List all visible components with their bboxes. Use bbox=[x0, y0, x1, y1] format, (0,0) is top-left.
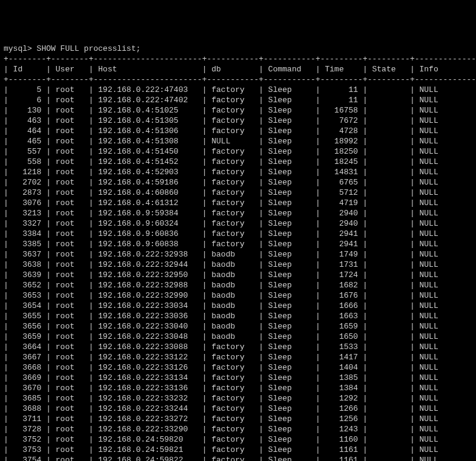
table-row: | 3668 | root | 192.168.0.222:33126 | fa… bbox=[4, 362, 472, 373]
table-row: | 3667 | root | 192.168.0.222:33122 | fa… bbox=[4, 352, 472, 362]
table-row: | 3652 | root | 192.168.0.222:32988 | ba… bbox=[4, 280, 472, 290]
table-row: | 3637 | root | 192.168.0.222:32938 | ba… bbox=[4, 249, 472, 260]
table-border: +--------+--------+---------------------… bbox=[4, 74, 472, 85]
table-row: | 465 | root | 192.168.0.4:51308 | NULL … bbox=[4, 136, 472, 146]
table-row: | 3670 | root | 192.168.0.222:33136 | fa… bbox=[4, 383, 472, 393]
table-row: | 3688 | root | 192.168.0.222:33244 | fa… bbox=[4, 404, 472, 414]
table-row: | 3664 | root | 192.168.0.222:33088 | fa… bbox=[4, 342, 472, 352]
table-row: | 463 | root | 192.168.0.4:51305 | facto… bbox=[4, 116, 472, 126]
mysql-prompt: mysql> SHOW FULL processlist; bbox=[4, 44, 140, 53]
table-row: | 2873 | root | 192.168.0.4:60860 | fact… bbox=[4, 188, 472, 198]
table-row: | 3655 | root | 192.168.0.222:33036 | ba… bbox=[4, 311, 472, 321]
table-row: | 3728 | root | 192.168.0.222:33290 | fa… bbox=[4, 424, 472, 434]
processlist-output: +--------+--------+---------------------… bbox=[4, 54, 472, 461]
table-row: | 464 | root | 192.168.0.4:51306 | facto… bbox=[4, 126, 472, 136]
table-row: | 1218 | root | 192.168.0.4:52903 | fact… bbox=[4, 167, 472, 177]
table-row: | 3754 | root | 192.168.0.24:59822 | fac… bbox=[4, 455, 472, 461]
table-border: +--------+--------+---------------------… bbox=[4, 54, 472, 64]
table-row: | 3753 | root | 192.168.0.24:59821 | fac… bbox=[4, 445, 472, 455]
table-row: | 3384 | root | 192.168.0.9:60836 | fact… bbox=[4, 229, 472, 239]
table-header-row: | Id | User | Host | db | Command | Time… bbox=[4, 64, 472, 74]
table-row: | 3653 | root | 192.168.0.222:32990 | ba… bbox=[4, 290, 472, 301]
table-row: | 130 | root | 192.168.0.4:51025 | facto… bbox=[4, 105, 472, 116]
table-row: | 5 | root | 192.168.0.222:47403 | facto… bbox=[4, 85, 472, 95]
table-row: | 3654 | root | 192.168.0.222:33034 | ba… bbox=[4, 301, 472, 311]
table-row: | 3711 | root | 192.168.0.222:33272 | fa… bbox=[4, 414, 472, 424]
table-row: | 3669 | root | 192.168.0.222:33134 | fa… bbox=[4, 373, 472, 383]
table-row: | 558 | root | 192.168.0.4:51452 | facto… bbox=[4, 157, 472, 167]
table-row: | 3638 | root | 192.168.0.222:32944 | ba… bbox=[4, 260, 472, 270]
table-row: | 3385 | root | 192.168.0.9:60838 | fact… bbox=[4, 239, 472, 249]
table-row: | 2702 | root | 192.168.0.4:59186 | fact… bbox=[4, 177, 472, 188]
table-row: | 3076 | root | 192.168.0.4:61312 | fact… bbox=[4, 198, 472, 208]
table-row: | 3752 | root | 192.168.0.24:59820 | fac… bbox=[4, 434, 472, 445]
table-row: | 3656 | root | 192.168.0.222:33040 | ba… bbox=[4, 321, 472, 332]
table-row: | 3327 | root | 192.168.0.9:60324 | fact… bbox=[4, 218, 472, 229]
table-row: | 3685 | root | 192.168.0.222:33232 | fa… bbox=[4, 393, 472, 404]
table-row: | 6 | root | 192.168.0.222:47402 | facto… bbox=[4, 95, 472, 105]
table-row: | 3213 | root | 192.168.0.9:59384 | fact… bbox=[4, 208, 472, 218]
table-row: | 3639 | root | 192.168.0.222:32950 | ba… bbox=[4, 270, 472, 280]
table-row: | 557 | root | 192.168.0.4:51450 | facto… bbox=[4, 146, 472, 157]
table-row: | 3659 | root | 192.168.0.222:33048 | ba… bbox=[4, 332, 472, 342]
